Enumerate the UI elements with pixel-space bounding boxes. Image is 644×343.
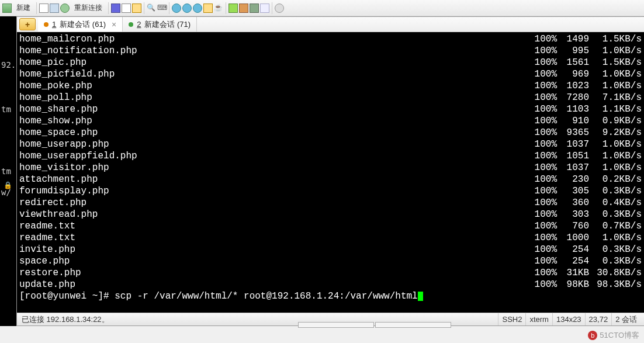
terminal-row: home_visitor.php100%10371.0KB/s	[19, 162, 642, 174]
keyboard-icon[interactable]: ⌨	[157, 4, 167, 13]
separator	[108, 2, 109, 14]
save-icon[interactable]	[111, 4, 120, 13]
status-cursor-pos: 23,72	[585, 313, 612, 325]
main-toolbar: 新建 重新连接 🔍 ⌨ ☕	[0, 0, 644, 16]
terminal-row: home_space.php100%93659.2KB/s	[19, 127, 642, 138]
terminal-row: home_notification.php100%9951.0KB/s	[19, 45, 642, 57]
terminal-row: home_share.php100%11031.1KB/s	[19, 103, 642, 115]
separator	[226, 2, 226, 14]
separator	[272, 2, 272, 14]
reconnect-button[interactable]: 重新连接	[71, 2, 106, 14]
left-tag2: tm	[0, 126, 16, 188]
terminal-row: home_show.php100%9100.9KB/s	[19, 115, 642, 127]
tab-close-icon[interactable]: ×	[112, 20, 116, 29]
terminal-row: home_poll.php100%72807.1KB/s	[19, 92, 642, 103]
screen-icon[interactable]	[2, 4, 12, 13]
terminal-row: home_poke.php100%10231.0KB/s	[19, 80, 642, 92]
bottom-pane-tab[interactable]	[298, 322, 374, 328]
color-icon-3[interactable]	[250, 4, 259, 13]
separator	[36, 2, 37, 14]
status-size: 134x23	[552, 313, 585, 325]
globe-icon-2[interactable]	[182, 4, 192, 13]
left-addr: 92.	[0, 16, 16, 81]
command-prompt[interactable]: [root@yunwei ~]# scp -r /var/www/html/* …	[19, 290, 642, 302]
terminal-row: home_userapp.php100%10371.0KB/s	[19, 138, 642, 150]
left-tag3: w/	[0, 188, 16, 209]
folder-icon[interactable]	[203, 4, 213, 13]
globe-icon[interactable]	[172, 4, 181, 13]
color-icon-1[interactable]	[228, 4, 238, 13]
left-tag1: tm	[0, 81, 16, 126]
session-tab-1[interactable]: 1 新建会话 (61) ×	[38, 17, 123, 32]
refresh-icon[interactable]	[60, 4, 70, 13]
doc-icon[interactable]	[39, 4, 49, 13]
terminal-row: update.php100%98KB98.3KB/s	[19, 279, 642, 290]
main-area: 92. tm tm w/ + 1 新建会话 (61) × 2 新建会话 (71)…	[0, 16, 644, 326]
tab-index: 1	[52, 20, 56, 29]
watermark: b 51CTO博客	[588, 330, 639, 341]
status-dot-icon	[44, 22, 49, 27]
tab-index: 2	[137, 20, 141, 29]
copy-icon[interactable]	[122, 4, 131, 13]
window-icon[interactable]	[260, 4, 269, 13]
coffee-icon[interactable]: ☕	[214, 4, 223, 13]
paste-icon[interactable]	[132, 4, 141, 13]
terminal-row: viewthread.php100%3030.3KB/s	[19, 209, 642, 220]
help-icon[interactable]	[275, 4, 284, 13]
bottom-pane-tab[interactable]	[375, 322, 451, 328]
terminal-row: home_userappfield.php100%10511.0KB/s	[19, 150, 642, 162]
find-icon[interactable]: 🔍	[147, 4, 156, 13]
new-session-button[interactable]: 新建	[13, 2, 34, 14]
terminal-row: readme.txt100%7600.7KB/s	[19, 220, 642, 232]
tab-bar: + 1 新建会话 (61) × 2 新建会话 (71)	[17, 17, 644, 32]
status-sessions: 2 会话	[611, 313, 644, 325]
color-icon-2[interactable]	[239, 4, 248, 13]
tab-label: 新建会话 (71)	[144, 19, 191, 30]
terminal-row: home_pic.php100%15611.5KB/s	[19, 57, 642, 68]
terminal-row: home_mailcron.php100%14991.5KB/s	[19, 33, 642, 45]
watermark-logo-icon: b	[588, 331, 597, 340]
terminal-output[interactable]: home_mailcron.php100%14991.5KB/shome_not…	[17, 32, 644, 313]
cursor	[418, 292, 423, 301]
session-tab-2[interactable]: 2 新建会话 (71)	[123, 17, 197, 32]
lock-icon: 🔒	[4, 181, 12, 189]
terminal-row: space.php100%2540.3KB/s	[19, 255, 642, 267]
status-dot-icon	[129, 22, 133, 27]
bottom-tabs	[298, 322, 451, 328]
globe-icon-3[interactable]	[193, 4, 202, 13]
separator	[169, 2, 169, 14]
terminal-row: readme.txt100%10001.0KB/s	[19, 232, 642, 244]
separator	[144, 2, 144, 14]
terminal-row: attachment.php100%2300.2KB/s	[19, 174, 642, 185]
terminal-row: invite.php100%2540.3KB/s	[19, 244, 642, 255]
import-icon[interactable]	[50, 4, 59, 13]
status-protocol: SSH2	[498, 313, 525, 325]
terminal-row: home_picfield.php100%9691.0KB/s	[19, 68, 642, 80]
left-panel: 92. tm tm w/	[0, 16, 16, 326]
terminal-row: forumdisplay.php100%3050.3KB/s	[19, 185, 642, 197]
terminal-container: + 1 新建会话 (61) × 2 新建会话 (71) home_mailcro…	[16, 16, 644, 326]
terminal-row: redirect.php100%3600.4KB/s	[19, 197, 642, 209]
new-tab-button[interactable]: +	[19, 18, 36, 30]
terminal-row: restore.php100%31KB30.8KB/s	[19, 267, 642, 279]
tab-label: 新建会话 (61)	[60, 19, 106, 30]
watermark-text: 51CTO博客	[600, 330, 639, 341]
status-terminal-type: xterm	[525, 313, 552, 325]
